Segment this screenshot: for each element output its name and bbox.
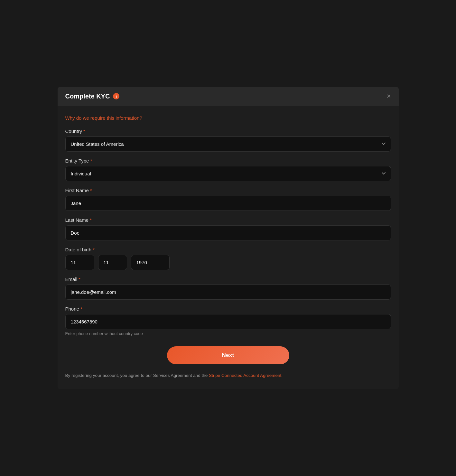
first-name-required: * [90, 188, 92, 193]
dob-row [65, 255, 391, 270]
modal-title: Complete KYC [65, 93, 110, 100]
dob-required: * [93, 247, 95, 252]
country-group: Country * United States of America Unite… [65, 128, 391, 152]
modal-header: Complete KYC i × [58, 87, 399, 106]
country-label: Country * [65, 128, 391, 134]
phone-required: * [80, 306, 82, 312]
entity-type-select[interactable]: Individual Business [65, 166, 391, 181]
phone-hint: Enter phone number without country code [65, 331, 391, 336]
dob-label: Date of birth * [65, 247, 391, 252]
kyc-modal: Complete KYC i × Why do we require this … [58, 87, 399, 389]
last-name-group: Last Name * [65, 217, 391, 240]
entity-type-required: * [90, 158, 92, 163]
country-select[interactable]: United States of America United Kingdom … [65, 136, 391, 152]
stripe-agreement-link[interactable]: Stripe Connected Account Agreement. [209, 373, 283, 378]
first-name-group: First Name * [65, 188, 391, 211]
info-link[interactable]: Why do we require this information? [65, 115, 142, 121]
modal-body: Why do we require this information? Coun… [58, 106, 399, 389]
entity-type-label: Entity Type * [65, 158, 391, 163]
close-icon[interactable]: × [387, 93, 391, 100]
terms-text: By registering your account, you agree t… [65, 372, 391, 379]
email-input[interactable] [65, 285, 391, 300]
email-required: * [79, 276, 80, 282]
dob-group: Date of birth * [65, 247, 391, 270]
last-name-input[interactable] [65, 225, 391, 240]
email-label: Email * [65, 276, 391, 282]
next-button[interactable]: Next [167, 346, 289, 364]
country-required: * [83, 128, 85, 134]
email-group: Email * [65, 276, 391, 300]
entity-type-group: Entity Type * Individual Business [65, 158, 391, 181]
phone-label: Phone * [65, 306, 391, 312]
info-icon[interactable]: i [113, 93, 119, 99]
first-name-label: First Name * [65, 188, 391, 193]
dob-month-input[interactable] [98, 255, 127, 270]
first-name-input[interactable] [65, 196, 391, 211]
dob-day-input[interactable] [65, 255, 94, 270]
dob-year-input[interactable] [131, 255, 170, 270]
terms-prefix: By registering your account, you agree t… [65, 373, 209, 378]
header-left: Complete KYC i [65, 93, 120, 100]
last-name-required: * [90, 217, 92, 223]
last-name-label: Last Name * [65, 217, 391, 223]
phone-group: Phone * Enter phone number without count… [65, 306, 391, 336]
phone-input[interactable] [65, 314, 391, 329]
